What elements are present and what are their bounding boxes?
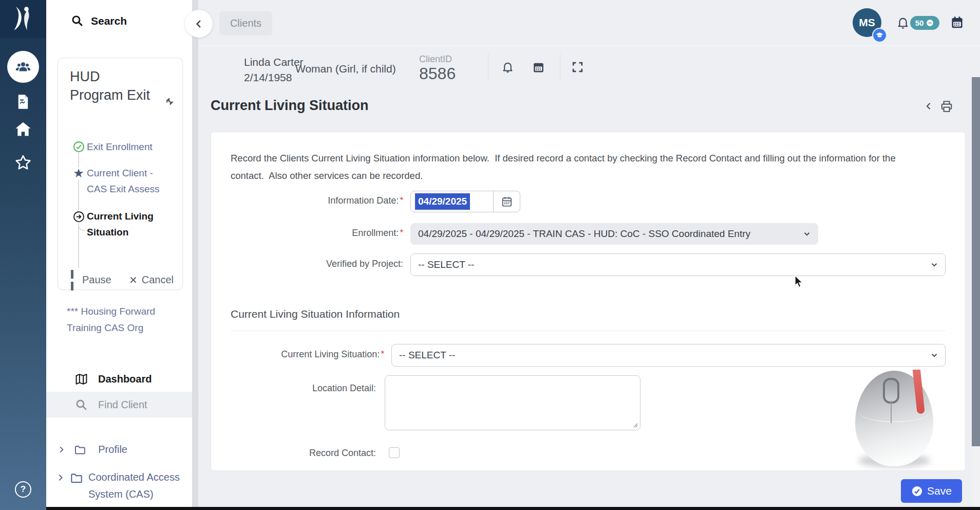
back-chevron-icon[interactable] (925, 102, 933, 111)
pause-icon (71, 268, 78, 292)
chevron-down-icon (930, 351, 939, 360)
chevron-down-icon (930, 260, 939, 269)
folder-icon (70, 471, 83, 485)
help-icon[interactable]: ? (15, 481, 31, 498)
search-icon (71, 14, 84, 27)
required-asterisk: * (400, 195, 403, 205)
client-alerts-bell-icon[interactable] (501, 61, 514, 74)
resize-handle[interactable] (632, 422, 638, 428)
section-divider (231, 331, 946, 331)
clienttrack-logo-icon (7, 4, 37, 34)
location-detail-label: Location Detail: (211, 383, 376, 394)
workflow-step-cas-exit-assess[interactable]: Current Client - CAS Exit Assess (87, 165, 171, 197)
star-icon (14, 154, 32, 171)
location-detail-textarea[interactable] (385, 375, 640, 430)
enrollment-value: 04/29/2025 - 04/29/2025 - TRAIN CAS - HU… (418, 228, 750, 240)
app-logo[interactable] (0, 0, 46, 38)
workflow-title: HUD Program Exit (70, 67, 152, 104)
sidebar-search[interactable]: Search (71, 14, 127, 27)
organization-note: *** Housing Forward Training CAS Org (67, 303, 172, 336)
cancel-workflow-button[interactable]: Cancel (129, 268, 174, 292)
section-heading: Current Living Situation Information (231, 308, 400, 320)
client-gender: Woman (Girl, if child) (295, 63, 396, 75)
client-id-value: 8586 (419, 64, 456, 83)
date-picker-button[interactable] (493, 191, 520, 212)
pause-workflow-button[interactable]: Pause (71, 268, 111, 292)
sidebar-item-dashboard[interactable]: Dashboard (46, 366, 192, 392)
circle-minus-icon (926, 19, 934, 27)
chevron-right-icon (56, 473, 65, 482)
chevron-left-icon (194, 19, 204, 29)
workflow-connector-curve (78, 222, 85, 231)
case-notes-icon[interactable] (16, 94, 30, 110)
pin-icon[interactable] (164, 96, 175, 107)
folder-icon (74, 443, 86, 457)
verified-by-project-value: -- SELECT -- (418, 259, 474, 270)
current-living-situation-select[interactable]: -- SELECT -- (391, 344, 946, 367)
information-date-input[interactable]: 04/29/2025 (411, 191, 493, 212)
map-icon (75, 373, 88, 386)
client-id-label: ClientID (419, 54, 452, 65)
home-icon[interactable] (15, 121, 31, 137)
sidebar-folder-cas[interactable]: Coordinated Access System (CAS) (46, 469, 192, 503)
chevron-right-icon (58, 445, 66, 454)
training-badge[interactable] (872, 28, 887, 43)
sidebar: Search HUD Program Exit Exit Enrollment … (46, 0, 192, 510)
client-dob: 2/14/1958 (244, 70, 304, 85)
workflow-panel: HUD Program Exit Exit Enrollment ★ Curre… (58, 58, 183, 290)
divider (488, 53, 488, 81)
workflow-step-exit-enrollment[interactable]: Exit Enrollment (87, 139, 171, 155)
search-icon (75, 398, 88, 411)
mouse-watermark-image (851, 370, 938, 470)
step-complete-icon (72, 140, 85, 153)
verified-by-project-label: Verified by Project: (222, 259, 403, 269)
form-card: Record the Clients Current Living Situat… (211, 132, 966, 471)
clients-icon[interactable] (7, 51, 39, 83)
divider (560, 53, 560, 81)
calendar-icon (501, 196, 513, 207)
calendar-icon[interactable] (950, 15, 964, 29)
main-area: Clients MS 50 (198, 0, 980, 510)
window-bottom-edge (46, 507, 980, 510)
information-date-label: Information Date:* (222, 195, 403, 206)
x-icon (129, 276, 138, 284)
required-asterisk: * (381, 349, 384, 359)
sidebar-scrollbar[interactable] (192, 0, 198, 507)
graduation-cap-icon (875, 31, 884, 40)
notifications-bell-icon[interactable] (896, 16, 910, 29)
enrollment-label: Enrollment:* (222, 228, 403, 239)
star-step-icon: ★ (73, 167, 84, 179)
check-circle-icon (911, 485, 923, 497)
icon-rail: ? (0, 0, 46, 510)
top-bar: Clients MS 50 (198, 0, 980, 46)
sidebar-item-find-client[interactable]: Find Client (46, 392, 192, 417)
print-icon[interactable] (940, 100, 953, 113)
chevron-down-icon (802, 229, 812, 239)
enrollment-select[interactable]: 04/29/2025 - 04/29/2025 - TRAIN CAS - HU… (410, 223, 818, 245)
folder-label: Coordinated Access System (CAS) (88, 469, 191, 503)
client-calendar-icon[interactable] (532, 61, 545, 74)
current-living-situation-label: Current Living Situation:* (211, 349, 384, 360)
sidebar-collapse-button[interactable] (185, 10, 213, 38)
client-header: Linda Carter 2/14/1958 Woman (Girl, if c… (198, 47, 980, 86)
mouse-cursor (794, 276, 805, 288)
fullscreen-icon[interactable] (571, 61, 584, 74)
check-circle-icon (73, 141, 85, 153)
page-scrollbar[interactable] (972, 77, 980, 510)
sidebar-nav-band: Dashboard Find Client (46, 366, 192, 417)
notification-count-badge[interactable]: 50 (910, 16, 939, 30)
record-contact-label: Record Contact: (211, 448, 376, 459)
record-contact-checkbox[interactable] (389, 447, 400, 458)
client-name-dob: Linda Carter 2/14/1958 (244, 54, 304, 85)
verified-by-project-select[interactable]: -- SELECT -- (410, 253, 946, 276)
information-date-group: 04/29/2025 (410, 191, 520, 212)
favorites-icon[interactable] (14, 154, 32, 171)
scrollbar-thumb[interactable] (972, 77, 980, 446)
workflow-step-current-living-situation[interactable]: Current Living Situation (87, 208, 171, 240)
clients-tab[interactable]: Clients (219, 11, 272, 35)
document-icon (16, 94, 30, 110)
save-button[interactable]: Save (901, 479, 962, 503)
sidebar-folder-profile[interactable]: Profile (46, 441, 192, 458)
page-title: Current Living Situation (211, 98, 369, 114)
information-date-value: 04/29/2025 (415, 193, 470, 210)
